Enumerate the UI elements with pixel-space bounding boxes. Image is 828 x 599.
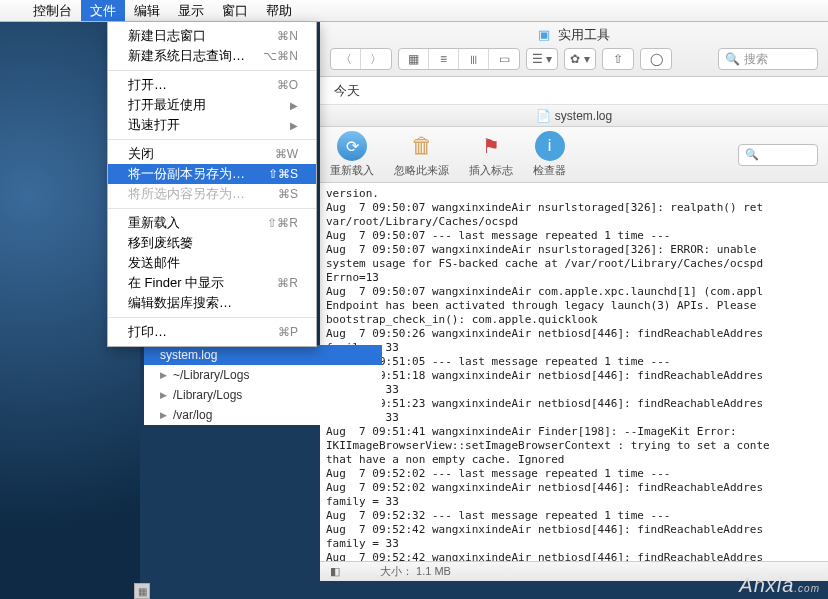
sidebar-item[interactable]: ▶~/Library/Logs <box>144 365 382 385</box>
arrange-icon[interactable]: ☰ ▾ <box>527 49 557 69</box>
console-window: 📄 system.log ⟳ 重新载入 🗑 忽略此来源 ⚑ 插入标志 i 检查器… <box>320 105 828 581</box>
console-toolbar: ⟳ 重新载入 🗑 忽略此来源 ⚑ 插入标志 i 检查器 🔍 <box>320 127 828 183</box>
coverflow-view-icon[interactable]: ▭ <box>489 49 519 69</box>
menu-item[interactable]: 打开最近使用▶ <box>108 95 316 115</box>
finder-window-header: ▣ 实用工具 〈 〉 ▦ ≡ ⫼ ▭ ☰ ▾ ✿ ▾ ⇧ ◯ 🔍 搜索 <box>320 22 828 77</box>
menubar: 控制台 文件 编辑 显示 窗口 帮助 <box>0 0 828 22</box>
menu-item[interactable]: 在 Finder 中显示⌘R <box>108 273 316 293</box>
folder-icon: ▣ <box>538 27 550 42</box>
menu-item[interactable]: 新建日志窗口⌘N <box>108 26 316 46</box>
view-mode-buttons[interactable]: ▦ ≡ ⫼ ▭ <box>398 48 520 70</box>
action-icon[interactable]: ✿ ▾ <box>565 49 595 69</box>
menu-item[interactable]: 迅速打开▶ <box>108 115 316 135</box>
sidebar-item[interactable]: system.log <box>144 345 382 365</box>
menu-item[interactable]: 编辑数据库搜索… <box>108 293 316 313</box>
console-search-input[interactable]: 🔍 <box>738 144 818 166</box>
menu-item[interactable]: 重新载入⇧⌘R <box>108 213 316 233</box>
trash-icon: 🗑 <box>407 131 437 161</box>
sidebar-item[interactable]: ▶/Library/Logs <box>144 385 382 405</box>
menu-item[interactable]: 关闭⌘W <box>108 144 316 164</box>
flag-icon: ⚑ <box>476 131 506 161</box>
menu-console[interactable]: 控制台 <box>24 0 81 21</box>
reload-button[interactable]: ⟳ 重新载入 <box>330 131 374 178</box>
watermark: Anxia.com <box>739 574 820 597</box>
list-view-icon[interactable]: ≡ <box>429 49 459 69</box>
inspector-button[interactable]: i 检查器 <box>533 131 566 178</box>
window-resize-handle[interactable]: ▦ <box>134 583 150 599</box>
nav-buttons[interactable]: 〈 〉 <box>330 48 392 70</box>
menu-item[interactable]: 发送邮件 <box>108 253 316 273</box>
share-icon[interactable]: ⇧ <box>603 49 633 69</box>
menu-edit[interactable]: 编辑 <box>125 0 169 21</box>
finder-title-text: 实用工具 <box>558 27 610 42</box>
file-menu-dropdown: 新建日志窗口⌘N新建系统日志查询…⌥⌘N打开…⌘O打开最近使用▶迅速打开▶关闭⌘… <box>107 22 317 347</box>
console-titlebar: 📄 system.log <box>320 105 828 127</box>
sidebar-toggle-icon[interactable]: ◧ <box>330 565 340 578</box>
menu-item[interactable]: 将一份副本另存为…⇧⌘S <box>108 164 316 184</box>
back-icon[interactable]: 〈 <box>331 49 361 69</box>
reload-icon: ⟳ <box>337 131 367 161</box>
finder-search-input[interactable]: 🔍 搜索 <box>718 48 818 70</box>
menu-help[interactable]: 帮助 <box>257 0 301 21</box>
forward-icon[interactable]: 〉 <box>361 49 391 69</box>
menu-item[interactable]: 新建系统日志查询…⌥⌘N <box>108 46 316 66</box>
icon-view-icon[interactable]: ▦ <box>399 49 429 69</box>
menu-item[interactable]: 打开…⌘O <box>108 75 316 95</box>
sidebar-item[interactable]: ▶/var/log <box>144 405 382 425</box>
log-content[interactable]: version. Aug 7 09:50:07 wangxinxindeAir … <box>320 183 828 561</box>
tags-icon[interactable]: ◯ <box>641 49 671 69</box>
menu-view[interactable]: 显示 <box>169 0 213 21</box>
info-icon: i <box>535 131 565 161</box>
document-icon: 📄 <box>536 109 551 123</box>
menu-item[interactable]: 移到废纸篓 <box>108 233 316 253</box>
menu-file[interactable]: 文件 <box>81 0 125 21</box>
finder-date-header: 今天 <box>320 77 828 105</box>
insert-flag-button[interactable]: ⚑ 插入标志 <box>469 131 513 178</box>
menu-window[interactable]: 窗口 <box>213 0 257 21</box>
search-icon: 🔍 <box>725 52 740 66</box>
search-icon: 🔍 <box>745 148 759 161</box>
console-sidebar: system.log▶~/Library/Logs▶/Library/Logs▶… <box>144 345 382 425</box>
finder-title: ▣ 实用工具 <box>320 22 828 44</box>
column-view-icon[interactable]: ⫼ <box>459 49 489 69</box>
ignore-source-button[interactable]: 🗑 忽略此来源 <box>394 131 449 178</box>
menu-item: 将所选内容另存为…⌘S <box>108 184 316 204</box>
menu-item[interactable]: 打印…⌘P <box>108 322 316 342</box>
